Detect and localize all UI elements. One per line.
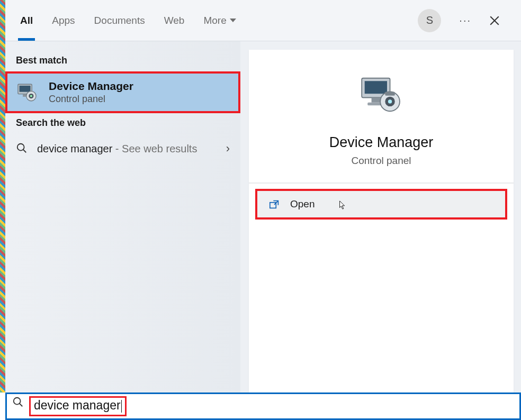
svg-rect-9 (365, 81, 387, 94)
results-body: Best match Device Manager Control panel … (5, 41, 521, 392)
detail-subtitle: Control panel (259, 155, 503, 167)
open-label: Open (290, 198, 315, 210)
web-search-suffix: - See web results (112, 143, 197, 154)
results-list: Best match Device Manager Control panel … (5, 41, 240, 392)
actions-section: Open (249, 184, 514, 225)
device-manager-icon (16, 81, 38, 104)
open-icon (269, 199, 280, 209)
user-avatar[interactable]: S (418, 9, 441, 32)
open-action[interactable]: Open (255, 189, 507, 220)
filter-tabs: All Apps Documents Web More (5, 0, 236, 41)
web-search-text: device manager - See web results (37, 140, 217, 157)
svg-point-14 (388, 99, 392, 103)
best-match-result[interactable]: Device Manager Control panel (5, 71, 240, 113)
text-caret (121, 400, 122, 413)
chevron-down-icon (230, 19, 236, 22)
tab-more[interactable]: More (203, 0, 236, 41)
svg-line-19 (20, 404, 23, 407)
best-match-title: Device Manager (49, 80, 133, 93)
svg-line-7 (23, 150, 26, 153)
tab-apps[interactable]: Apps (52, 0, 75, 41)
svg-rect-15 (385, 92, 394, 95)
svg-rect-10 (372, 98, 381, 103)
best-match-heading: Best match (5, 51, 240, 71)
best-match-subtitle: Control panel (49, 94, 133, 105)
detail-title: Device Manager (259, 134, 503, 151)
best-match-text: Device Manager Control panel (49, 80, 133, 105)
svg-rect-1 (20, 85, 31, 92)
tab-web[interactable]: Web (164, 0, 185, 41)
search-input[interactable]: device manager (29, 396, 127, 416)
tab-more-label: More (203, 15, 226, 26)
device-manager-icon (357, 74, 406, 115)
search-header: All Apps Documents Web More S ··· (5, 0, 521, 41)
desktop-edge (0, 0, 5, 392)
search-box[interactable]: device manager (5, 392, 521, 420)
svg-point-5 (30, 95, 32, 97)
web-search-result[interactable]: device manager - See web results › (5, 134, 240, 162)
search-web-heading: Search the web (5, 113, 240, 134)
search-input-value: device manager (34, 398, 121, 412)
svg-point-18 (14, 398, 21, 405)
mouse-cursor-icon (339, 200, 346, 210)
web-search-query: device manager (37, 143, 112, 154)
detail-card: Device Manager Control panel Open (249, 50, 514, 392)
chevron-right-icon: › (226, 142, 230, 156)
search-icon (12, 396, 24, 408)
tab-all[interactable]: All (20, 0, 33, 41)
tab-documents[interactable]: Documents (94, 0, 145, 41)
svg-point-6 (17, 144, 24, 151)
detail-panel: Device Manager Control panel Open (240, 41, 521, 392)
header-actions: S ··· (418, 9, 521, 32)
search-icon (16, 142, 28, 154)
more-options-button[interactable]: ··· (459, 14, 471, 26)
close-button[interactable] (489, 15, 500, 26)
detail-header: Device Manager Control panel (249, 50, 514, 184)
